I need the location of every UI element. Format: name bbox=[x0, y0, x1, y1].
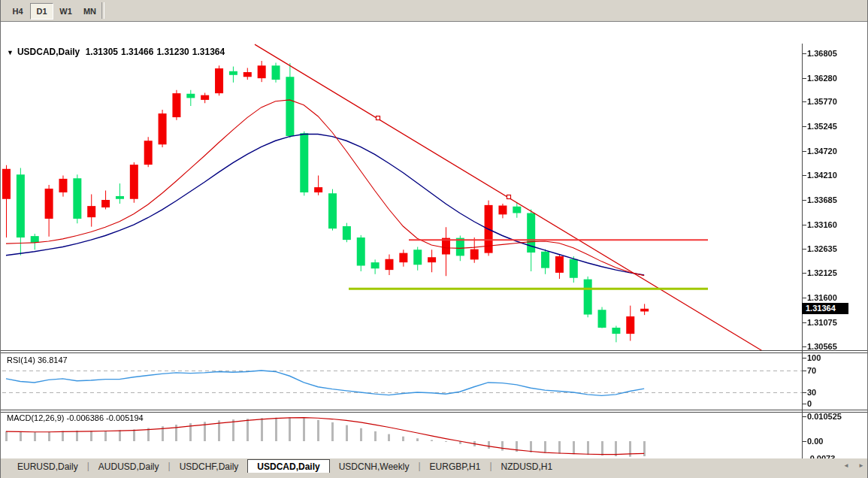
macd-axis-tick: 0.00 bbox=[807, 437, 823, 446]
chart-window: ▼USDCAD,Daily 1.313051.314661.312301.313… bbox=[1, 21, 868, 458]
price-axis-tick: 1.32635 bbox=[807, 244, 837, 253]
ohlc-high: 1.31466 bbox=[121, 47, 153, 57]
price-axis-tick: 1.33685 bbox=[807, 195, 837, 204]
macd-axis-tick: 0.010525 bbox=[807, 412, 842, 421]
timeframe-button-w1[interactable]: W1 bbox=[54, 3, 77, 20]
price-axis-tick: 1.35245 bbox=[807, 122, 837, 131]
tab-audusd[interactable]: AUDUSD,Daily bbox=[89, 460, 168, 473]
chevron-down-icon[interactable]: ▼ bbox=[7, 49, 14, 56]
chart-symbol-label: USDCAD,Daily bbox=[17, 47, 80, 57]
rsi-axis-tick: 0 bbox=[807, 399, 812, 408]
rsi-axis-tick: 30 bbox=[807, 388, 816, 397]
ohlc-open: 1.31305 bbox=[86, 47, 118, 57]
tab-scroll-right-icon[interactable]: ► bbox=[856, 461, 866, 470]
price-axis-tick: 1.31600 bbox=[807, 293, 837, 302]
timeframe-button-d1[interactable]: D1 bbox=[30, 3, 53, 20]
toolbar-separator bbox=[101, 2, 104, 19]
price-axis-tick: 1.34720 bbox=[807, 147, 837, 156]
timeframe-button-h4[interactable]: H4 bbox=[6, 3, 29, 20]
tab-nzdusd[interactable]: NZDUSD,H1 bbox=[492, 460, 562, 473]
price-axis-tick: 1.36805 bbox=[807, 49, 837, 58]
rsi-indicator-label: RSI(14) 36.8147 bbox=[7, 355, 68, 365]
price-axis-tick: 1.30565 bbox=[807, 342, 837, 351]
chart-tabs: EURUSD,Daily|AUDUSD,Daily|USDCHF,DailyUS… bbox=[8, 459, 561, 473]
pane-splitter-macd[interactable] bbox=[1, 410, 868, 413]
tab-scroll-left-icon[interactable]: ◄ bbox=[841, 461, 851, 470]
price-axis-tick: 1.36280 bbox=[807, 74, 837, 83]
tab-eurgbp[interactable]: EURGBP,H1 bbox=[421, 460, 490, 473]
price-axis-tick: 1.34210 bbox=[807, 171, 837, 180]
pane-splitter-rsi[interactable] bbox=[1, 350, 868, 353]
chart-symbol-header: ▼USDCAD,Daily 1.313051.314661.312301.313… bbox=[7, 47, 228, 57]
ohlc-low: 1.31230 bbox=[156, 47, 189, 57]
status-strip bbox=[1, 473, 868, 478]
chart-tab-bar: EURUSD,Daily|AUDUSD,Daily|USDCHF,DailyUS… bbox=[1, 458, 868, 473]
tab-usdcnh[interactable]: USDCNH,Weekly bbox=[330, 460, 419, 473]
price-axis-border bbox=[802, 44, 803, 462]
timeframe-toolbar: H4D1W1MN bbox=[1, 0, 868, 21]
current-price-badge: 1.31364 bbox=[802, 303, 848, 314]
tab-usdchf[interactable]: USDCHF,Daily bbox=[171, 460, 248, 473]
ohlc-close: 1.31364 bbox=[192, 47, 225, 57]
tab-eurusd[interactable]: EURUSD,Daily bbox=[8, 460, 87, 473]
timeframe-button-mn[interactable]: MN bbox=[78, 3, 101, 20]
rsi-axis-tick: 100 bbox=[807, 353, 821, 362]
price-axis-tick: 1.33160 bbox=[807, 220, 837, 229]
price-axis-tick: 1.35770 bbox=[807, 97, 837, 106]
rsi-axis-tick: 70 bbox=[807, 366, 816, 375]
macd-indicator-label: MACD(12,26,9) -0.006386 -0.005194 bbox=[7, 413, 144, 422]
tab-usdcad[interactable]: USDCAD,Daily bbox=[247, 459, 329, 473]
price-axis-tick: 1.32125 bbox=[807, 268, 837, 277]
price-axis-tick: 1.31075 bbox=[807, 318, 837, 327]
